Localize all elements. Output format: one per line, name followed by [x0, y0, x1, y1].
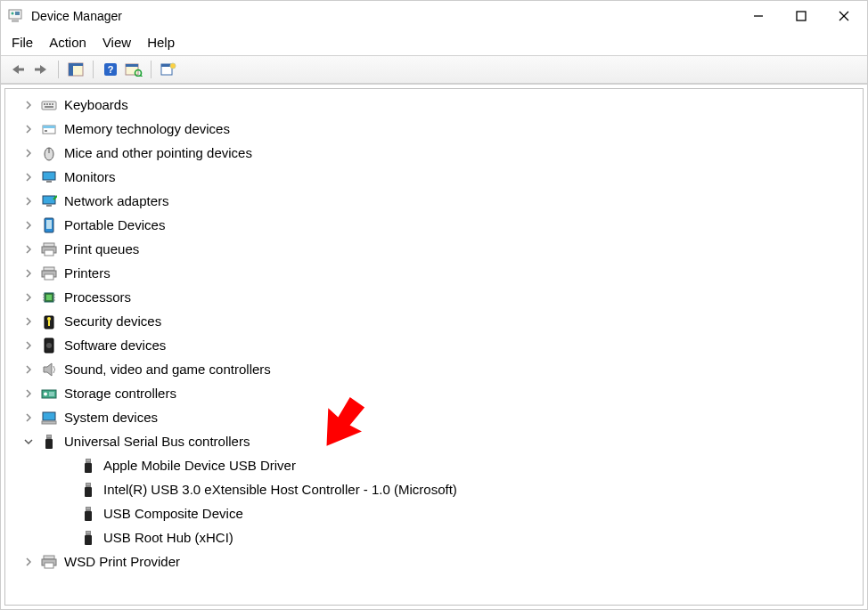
menu-file[interactable]: File — [12, 35, 33, 50]
expand-icon[interactable] — [21, 557, 36, 566]
device-item[interactable]: USB Composite Device — [5, 501, 863, 525]
menu-bar: File Action View Help — [1, 31, 867, 55]
svg-rect-67 — [48, 435, 49, 437]
device-category-label: Mice and other pointing devices — [64, 145, 252, 160]
expand-icon[interactable] — [21, 149, 36, 158]
device-tree[interactable]: KeyboardsMemory technology devicesMice a… — [4, 88, 864, 606]
svg-rect-78 — [85, 511, 92, 521]
usb-icon — [41, 434, 57, 450]
maximize-button[interactable] — [780, 3, 823, 29]
nav-forward-button[interactable] — [31, 60, 51, 79]
minimize-button[interactable] — [737, 3, 780, 29]
svg-rect-40 — [44, 243, 54, 247]
device-category-label: Portable Devices — [64, 217, 165, 232]
device-category[interactable]: Universal Serial Bus controllers — [5, 429, 863, 453]
device-item[interactable]: Apple Mobile Device USB Driver — [5, 453, 863, 477]
expand-icon[interactable] — [21, 389, 36, 398]
svg-rect-39 — [46, 220, 52, 229]
expand-icon[interactable] — [21, 365, 36, 374]
svg-rect-36 — [46, 205, 52, 207]
device-category[interactable]: Print queues — [5, 237, 863, 261]
device-category-label: Universal Serial Bus controllers — [64, 434, 250, 449]
svg-rect-22 — [42, 102, 56, 110]
expand-icon[interactable] — [21, 413, 36, 422]
collapse-icon[interactable] — [21, 437, 36, 446]
device-item-label: Apple Mobile Device USB Driver — [103, 458, 296, 473]
expand-icon[interactable] — [21, 269, 36, 278]
titlebar: Device Manager — [1, 1, 867, 31]
svg-rect-81 — [86, 531, 91, 535]
svg-rect-35 — [43, 196, 55, 204]
svg-rect-9 — [35, 69, 41, 71]
expand-icon[interactable] — [21, 341, 36, 350]
expand-icon[interactable] — [21, 293, 36, 302]
network-icon — [41, 193, 57, 209]
device-category[interactable]: Keyboards — [5, 93, 863, 117]
window-frame: Device Manager File Action View Help ? — [0, 0, 868, 610]
expand-icon[interactable] — [21, 101, 36, 110]
speaker-icon — [41, 362, 57, 378]
device-category[interactable]: Mice and other pointing devices — [5, 141, 863, 165]
window-title: Device Manager — [31, 9, 737, 23]
nav-back-button[interactable] — [8, 60, 28, 79]
device-category-label: WSD Print Provider — [64, 554, 180, 569]
device-category[interactable]: Memory technology devices — [5, 117, 863, 141]
menu-action[interactable]: Action — [49, 35, 86, 50]
scan-hardware-button[interactable] — [124, 60, 143, 79]
mobile-icon — [41, 217, 57, 233]
svg-rect-68 — [50, 435, 51, 437]
keyboard-icon — [41, 97, 57, 113]
device-item[interactable]: USB Root Hub (xHCI) — [5, 525, 863, 549]
device-category[interactable]: Security devices — [5, 309, 863, 333]
device-category[interactable]: WSD Print Provider — [5, 549, 863, 573]
expand-icon[interactable] — [21, 125, 36, 134]
device-item[interactable]: Intel(R) USB 3.0 eXtensible Host Control… — [5, 477, 863, 501]
device-category-label: Processors — [64, 289, 131, 305]
device-category[interactable]: Network adapters — [5, 189, 863, 213]
storage-icon — [41, 386, 57, 402]
svg-rect-71 — [87, 460, 88, 461]
help-button[interactable]: ? — [101, 60, 120, 79]
device-category[interactable]: Software devices — [5, 333, 863, 357]
menu-help[interactable]: Help — [147, 35, 175, 50]
monitor-icon — [41, 169, 57, 185]
device-item-label: Intel(R) USB 3.0 eXtensible Host Control… — [103, 482, 457, 497]
device-category[interactable]: Portable Devices — [5, 213, 863, 237]
device-category-label: Security devices — [64, 313, 161, 329]
svg-rect-3 — [15, 12, 20, 15]
svg-rect-29 — [43, 126, 55, 128]
printer-icon — [41, 241, 57, 257]
device-category-label: Software devices — [64, 338, 166, 353]
svg-rect-47 — [46, 295, 52, 300]
device-category[interactable]: Processors — [5, 285, 863, 309]
svg-rect-62 — [49, 392, 54, 396]
expand-icon[interactable] — [21, 173, 36, 182]
expand-icon[interactable] — [21, 317, 36, 326]
device-category[interactable]: Sound, video and game controllers — [5, 357, 863, 381]
svg-rect-26 — [52, 103, 53, 105]
device-category-label: Network adapters — [64, 193, 169, 208]
cpu-icon — [41, 289, 57, 305]
content-area: KeyboardsMemory technology devicesMice a… — [1, 84, 867, 609]
properties-button[interactable] — [159, 60, 178, 79]
show-hide-tree-button[interactable] — [66, 60, 86, 79]
svg-rect-75 — [87, 484, 88, 485]
computer-icon — [41, 410, 57, 426]
device-category[interactable]: Storage controllers — [5, 381, 863, 405]
svg-rect-83 — [87, 532, 88, 533]
svg-rect-64 — [42, 421, 56, 424]
device-category[interactable]: Printers — [5, 261, 863, 285]
device-category[interactable]: System devices — [5, 405, 863, 429]
close-button[interactable] — [823, 3, 865, 29]
svg-rect-16 — [126, 64, 138, 67]
usb-icon — [80, 458, 96, 474]
printer-icon — [41, 265, 57, 281]
expand-icon[interactable] — [21, 197, 36, 206]
expand-icon[interactable] — [21, 245, 36, 254]
svg-rect-73 — [86, 483, 91, 487]
expand-icon[interactable] — [21, 221, 36, 230]
menu-view[interactable]: View — [102, 35, 131, 50]
app-icon — [8, 9, 22, 23]
device-category-label: System devices — [64, 410, 158, 425]
device-category[interactable]: Monitors — [5, 165, 863, 189]
